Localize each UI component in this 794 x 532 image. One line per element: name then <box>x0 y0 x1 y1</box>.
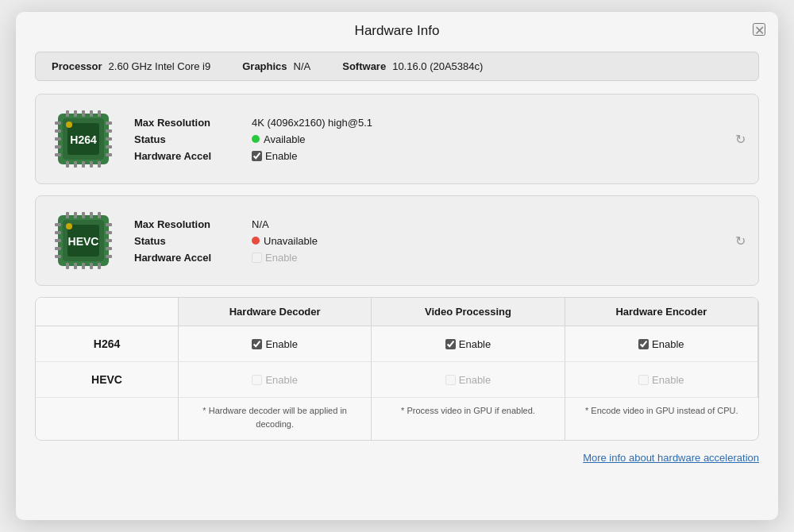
processor-info: Processor 2.60 GHz Intel Core i9 <box>52 60 210 72</box>
hevc-video-proc-checkbox[interactable] <box>445 375 456 385</box>
h264-max-res-value: 4K (4096x2160) high@5.1 <box>252 117 372 129</box>
h264-video-proc-checkbox-wrap: Enable <box>445 338 491 350</box>
hevc-codec-card: HEVC Max Resolution N/A Status Unavailab… <box>35 195 759 286</box>
processor-value: 2.60 GHz Intel Core i9 <box>109 60 211 72</box>
svg-rect-36 <box>90 263 93 269</box>
h264-decoder-checkbox-wrap: Enable <box>252 338 297 350</box>
table-header-video-processing: Video Processing <box>372 298 565 326</box>
hevc-status-dot <box>252 237 260 245</box>
hevc-max-res-label: Max Resolution <box>134 218 252 230</box>
svg-rect-32 <box>98 212 101 218</box>
graphics-label: Graphics <box>242 60 287 72</box>
h264-status-row: Status Available <box>134 133 742 145</box>
h264-encoder-label: Enable <box>652 338 684 350</box>
h264-decoder-checkbox[interactable] <box>252 339 262 349</box>
svg-rect-17 <box>55 153 61 156</box>
svg-rect-46 <box>106 247 112 250</box>
svg-rect-13 <box>55 121 61 125</box>
svg-rect-31 <box>90 212 93 218</box>
h264-refresh-button[interactable]: ↻ <box>735 132 746 147</box>
software-label: Software <box>342 60 386 72</box>
svg-rect-12 <box>98 161 101 168</box>
svg-rect-28 <box>66 212 69 218</box>
svg-rect-16 <box>55 145 61 148</box>
svg-text:H264: H264 <box>70 133 97 146</box>
hevc-encoder-checkbox-wrap: Enable <box>638 374 684 386</box>
svg-rect-10 <box>82 161 85 168</box>
svg-rect-22 <box>106 153 112 156</box>
table-row-h264-label: H264 <box>36 326 179 362</box>
svg-rect-42 <box>55 255 61 258</box>
svg-rect-4 <box>74 110 77 117</box>
table-row-hevc-encoder: Enable <box>565 362 758 398</box>
hardware-info-window: Hardware Info ✕ Processor 2.60 GHz Intel… <box>16 12 778 520</box>
h264-hw-accel-checkbox[interactable] <box>252 151 262 161</box>
hevc-decoder-checkbox[interactable] <box>252 375 262 385</box>
hevc-status-row: Status Unavailable <box>134 235 742 247</box>
graphics-info: Graphics N/A <box>242 60 310 72</box>
svg-rect-29 <box>74 212 77 218</box>
hevc-hw-accel-checkbox[interactable] <box>252 253 262 263</box>
h264-encoder-checkbox[interactable] <box>638 339 649 349</box>
close-button[interactable]: ✕ <box>753 23 765 36</box>
software-value: 10.16.0 (20A5384c) <box>392 60 483 72</box>
h264-decoder-label: Enable <box>265 338 297 350</box>
processor-label: Processor <box>52 60 102 72</box>
h264-max-res-row: Max Resolution 4K (4096x2160) high@5.1 <box>134 117 742 129</box>
software-info: Software 10.16.0 (20A5384c) <box>342 60 483 72</box>
h264-status-value: Available <box>252 133 306 145</box>
svg-rect-43 <box>106 223 112 226</box>
svg-rect-35 <box>82 263 85 269</box>
svg-rect-19 <box>106 129 112 133</box>
graphics-value: N/A <box>294 60 311 72</box>
h264-video-proc-label: Enable <box>459 338 491 350</box>
table-note-video-proc: * Process video in GPU if enabled. <box>372 398 565 440</box>
table-grid: Hardware Decoder Video Processing Hardwa… <box>36 298 758 440</box>
hardware-info-bar: Processor 2.60 GHz Intel Core i9 Graphic… <box>35 52 759 81</box>
svg-rect-7 <box>98 110 101 117</box>
more-info-link[interactable]: More info about hardware acceleration <box>35 452 759 464</box>
table-header-empty <box>36 298 179 326</box>
svg-rect-33 <box>66 263 69 269</box>
svg-rect-9 <box>74 161 77 168</box>
svg-rect-45 <box>106 239 112 242</box>
hevc-encoder-checkbox[interactable] <box>638 375 649 385</box>
hevc-details: Max Resolution N/A Status Unavailable Ha… <box>134 218 742 264</box>
h264-status-label: Status <box>134 133 252 145</box>
hevc-decoder-checkbox-wrap: Enable <box>252 374 297 386</box>
h264-hw-accel-checkbox-label: Enable <box>265 150 297 162</box>
table-note-empty <box>36 398 179 440</box>
hevc-video-proc-label: Enable <box>459 374 491 386</box>
h264-hw-accel-label: Hardware Accel <box>134 150 252 162</box>
svg-rect-39 <box>55 231 61 234</box>
svg-rect-11 <box>90 161 93 168</box>
table-header-hw-decoder: Hardware Decoder <box>179 298 372 326</box>
hevc-hw-accel-label: Hardware Accel <box>134 252 252 264</box>
table-row-hevc-label: HEVC <box>36 362 179 398</box>
hevc-video-proc-checkbox-wrap: Enable <box>445 374 491 386</box>
h264-video-proc-checkbox[interactable] <box>445 339 456 349</box>
svg-rect-37 <box>98 263 101 269</box>
svg-point-23 <box>66 121 72 128</box>
svg-rect-5 <box>82 110 85 117</box>
svg-rect-44 <box>106 231 112 234</box>
svg-rect-40 <box>55 239 61 242</box>
table-row-h264-encoder: Enable <box>565 326 758 362</box>
hevc-refresh-button[interactable]: ↻ <box>735 233 746 249</box>
hevc-hw-accel-value: Enable <box>252 252 297 264</box>
h264-max-res-label: Max Resolution <box>134 117 252 129</box>
hevc-chip-icon: HEVC <box>52 209 115 272</box>
hevc-max-res-value: N/A <box>252 218 269 230</box>
svg-rect-14 <box>55 129 61 133</box>
titlebar: Hardware Info ✕ <box>16 12 778 45</box>
h264-status-dot <box>252 135 260 143</box>
svg-rect-41 <box>55 247 61 250</box>
table-header-hw-encoder: Hardware Encoder <box>565 298 758 326</box>
hevc-decoder-label: Enable <box>265 374 297 386</box>
h264-hw-accel-checkbox-wrap: Enable <box>252 150 297 162</box>
hevc-hw-accel-checkbox-label: Enable <box>265 252 297 264</box>
hevc-hw-accel-row: Hardware Accel Enable <box>134 252 742 264</box>
h264-codec-card: H264 Max Resolution 4K (4096x2160) high@… <box>35 94 759 184</box>
h264-hw-accel-value: Enable <box>252 150 297 162</box>
svg-rect-8 <box>66 161 69 168</box>
